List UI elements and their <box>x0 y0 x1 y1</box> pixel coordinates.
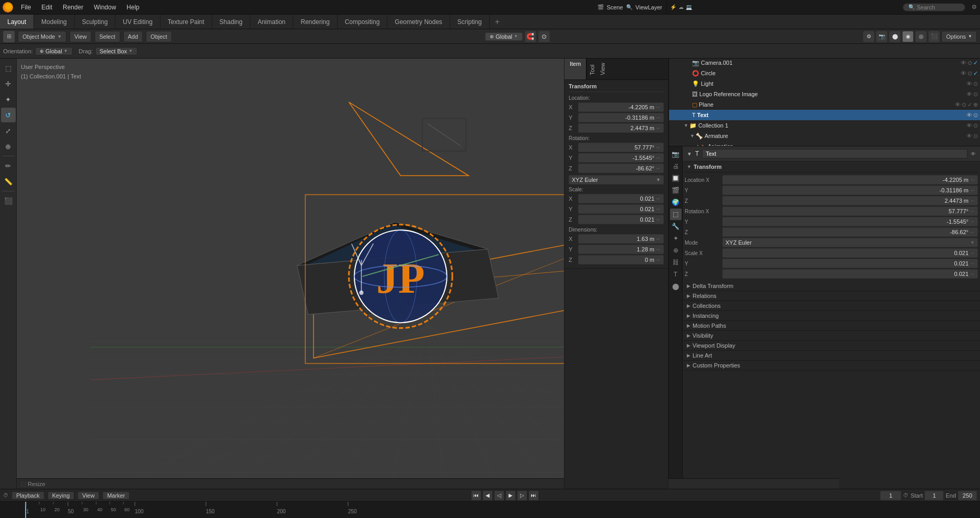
toolbar-cursor[interactable]: ✛ <box>1 76 16 91</box>
relations-section[interactable]: ▶ Relations <box>683 291 980 301</box>
view-menu-btn[interactable]: View <box>70 31 91 42</box>
tab-sculpting[interactable]: Sculpting <box>75 15 116 29</box>
tab-texture-paint[interactable]: Texture Paint <box>160 15 212 29</box>
rot-x-field[interactable]: 57.777° ↔ <box>578 143 664 152</box>
tab-modeling[interactable]: Modeling <box>34 15 75 29</box>
options-btn[interactable]: Options ▼ <box>941 31 977 42</box>
props-data-icon[interactable]: T <box>670 269 682 280</box>
scene-label[interactable]: Scene <box>607 4 623 10</box>
toolbar-measure[interactable]: 📏 <box>1 174 16 189</box>
next-keyframe-btn[interactable]: ▷ <box>517 490 527 501</box>
motion-paths-section[interactable]: ▶ Motion Paths <box>683 321 980 331</box>
props-loc-y-field[interactable]: -0.31186 m ↔ <box>722 186 978 195</box>
loc-y-field[interactable]: -0.31186 m ↔ <box>578 113 664 122</box>
props-scale-z-field[interactable]: 0.021 ↔ <box>722 269 978 279</box>
tab-animation[interactable]: Animation <box>250 15 293 29</box>
toolbar-move[interactable]: ✦ <box>1 92 16 107</box>
scale-y-field[interactable]: 0.021 ↔ <box>578 204 664 214</box>
tab-view[interactable]: View <box>597 59 608 79</box>
marker-btn[interactable]: Marker <box>102 491 130 500</box>
props-world-icon[interactable]: 🌍 <box>670 197 682 208</box>
tab-layout[interactable]: Layout <box>0 15 34 29</box>
toolbar-annotate[interactable]: ✏ <box>1 158 16 173</box>
toolbar-add-cube[interactable]: ⬛ <box>1 193 16 208</box>
props-scale-x-field[interactable]: 0.021 ↔ <box>722 248 978 258</box>
toolbar-rotate[interactable]: ↺ <box>1 108 16 122</box>
object-mode-btn[interactable]: Object Mode ▼ <box>18 31 66 42</box>
delta-transform-section[interactable]: ▶ Delta Transform <box>683 281 980 291</box>
props-mode-dropdown[interactable]: XYZ Euler ▼ <box>722 238 978 247</box>
props-object-icon[interactable]: ⬚ <box>670 209 682 220</box>
transform-global-btn[interactable]: ⊕ Global ▼ <box>485 32 523 41</box>
props-material-icon[interactable]: ⬤ <box>670 281 682 292</box>
tab-shading[interactable]: Shading <box>212 15 250 29</box>
jump-end-btn[interactable]: ⏭ <box>528 490 539 501</box>
collections-section[interactable]: ▶ Collections <box>683 301 980 311</box>
prev-keyframe-btn[interactable]: ◀ <box>482 490 493 501</box>
timeline-ruler[interactable]: 1 50 100 150 200 250 10 <box>0 502 980 518</box>
tab-uv-editing[interactable]: UV Editing <box>116 15 160 29</box>
menu-edit[interactable]: Edit <box>36 0 57 14</box>
custom-props-section[interactable]: ▶ Custom Properties <box>683 361 980 371</box>
top-search-input[interactable]: 🔍 Search <box>903 3 965 11</box>
render-preview-btn[interactable]: 📷 <box>876 31 887 42</box>
props-scale-y-field[interactable]: 0.021 ↔ <box>722 259 978 268</box>
play-reverse-btn[interactable]: ◁ <box>494 490 504 501</box>
keying-btn[interactable]: Keying <box>48 491 75 500</box>
loc-z-field[interactable]: 2.4473 m ↔ <box>578 123 664 133</box>
object-menu-btn[interactable]: Object <box>146 31 172 42</box>
viewport-shading-btn[interactable]: ⬤ <box>889 31 901 42</box>
outliner-circle[interactable]: ⭕ Circle 👁⊙✓ <box>669 68 980 78</box>
props-constraints-icon[interactable]: ⛓ <box>670 257 682 268</box>
select-box-btn[interactable]: Select Box ▼ <box>95 47 138 55</box>
instancing-section[interactable]: ▶ Instancing <box>683 311 980 321</box>
line-art-section[interactable]: ▶ Line Art <box>683 351 980 361</box>
scale-z-field[interactable]: 0.021 ↔ <box>578 215 664 224</box>
tab-tool[interactable]: Tool <box>586 59 597 79</box>
toolbar-scale[interactable]: ⤢ <box>1 123 16 138</box>
jump-start-btn[interactable]: ⏮ <box>471 490 481 501</box>
props-rot-y-field[interactable]: -1.5545° ↔ <box>722 217 978 226</box>
transform-section-toggle[interactable]: ▼ Transform <box>685 162 978 172</box>
tab-item[interactable]: Item <box>564 59 586 79</box>
scale-x-field[interactable]: 0.021 ↔ <box>578 194 664 203</box>
visibility-section[interactable]: ▶ Visibility <box>683 331 980 341</box>
add-menu-btn[interactable]: Add <box>123 31 143 42</box>
props-rot-z-field[interactable]: -86.62° ↔ <box>722 227 978 237</box>
menu-help[interactable]: Help <box>121 0 145 14</box>
props-loc-z-field[interactable]: 2.4473 m ↔ <box>722 196 978 205</box>
rotation-mode-dropdown[interactable]: XYZ Euler ▼ <box>569 175 664 185</box>
menu-window[interactable]: Window <box>88 0 121 14</box>
resize-bar[interactable]: ⬚ Resize <box>17 478 839 489</box>
play-btn[interactable]: ▶ <box>505 490 516 501</box>
select-menu-btn[interactable]: Select <box>95 31 120 42</box>
tab-compositing[interactable]: Compositing <box>338 15 388 29</box>
outliner-armature[interactable]: ▼ 🦴 Armature 👁⊙ <box>669 131 980 141</box>
outliner-plane[interactable]: ▢ Plane 👁⊙✓⊕ <box>669 99 980 110</box>
viewport-display-section[interactable]: ▶ Viewport Display <box>683 341 980 351</box>
start-frame[interactable]: 1 <box>925 491 943 500</box>
toolbar-transform[interactable]: ⊕ <box>1 139 16 154</box>
props-rot-x-field[interactable]: 57.777° ↔ <box>722 206 978 216</box>
current-frame[interactable]: 1 <box>880 491 901 500</box>
props-scene-icon[interactable]: 🎬 <box>670 185 682 196</box>
outliner-collection-1[interactable]: ▼ 📁 Collection 1 👁⊙ <box>669 120 980 131</box>
solid-shading-btn[interactable]: ◉ <box>902 31 914 42</box>
global-orientation-btn[interactable]: ⊕ Global ▼ <box>35 47 73 55</box>
props-physics-icon[interactable]: ⊕ <box>670 245 682 256</box>
dim-y-field[interactable]: 1.28 m ↔ <box>578 245 664 254</box>
rendered-preview-btn[interactable]: ⬛ <box>928 31 940 42</box>
props-particles-icon[interactable]: ✦ <box>670 233 682 244</box>
outliner-text[interactable]: T Text 👁⊙ <box>669 110 980 120</box>
rot-y-field[interactable]: -1.5545° ↔ <box>578 153 664 163</box>
loc-x-field[interactable]: -4.2205 m ↔ <box>578 102 664 112</box>
material-preview-btn[interactable]: ◎ <box>915 31 927 42</box>
props-view-icon[interactable]: 🔲 <box>670 172 682 184</box>
editor-type-btn[interactable]: ⚙ <box>863 31 874 42</box>
toolbar-select-box[interactable]: ⬚ <box>1 61 16 75</box>
tab-geometry-nodes[interactable]: Geometry Nodes <box>387 15 450 29</box>
props-modifier-icon[interactable]: 🔧 <box>670 221 682 232</box>
props-output-icon[interactable]: 🖨 <box>670 160 682 172</box>
viewlayer-label[interactable]: ViewLayer <box>636 4 662 10</box>
outliner-camera[interactable]: 📷 Camera.001 👁⊙✓ <box>669 57 980 68</box>
